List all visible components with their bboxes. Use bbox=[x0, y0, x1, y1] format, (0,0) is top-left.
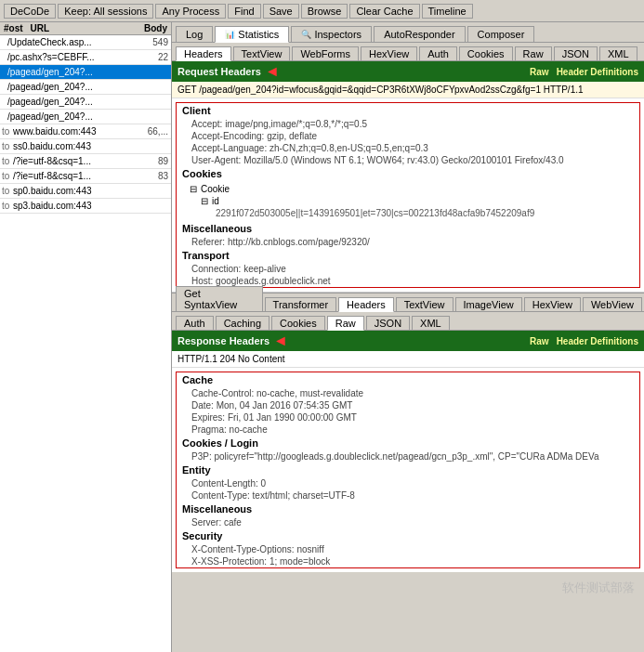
save-button[interactable]: Save bbox=[263, 4, 299, 19]
transport-section-title: Transport bbox=[177, 248, 639, 263]
tab-bar-4: Auth Caching Cookies Raw JSON XML bbox=[172, 312, 644, 331]
tab-transformer[interactable]: Transformer bbox=[265, 297, 337, 311]
tab-auth-resp-label: Auth bbox=[184, 318, 205, 329]
tab-inspectors[interactable]: 🔍 Inspectors bbox=[291, 26, 372, 42]
tab-hexview-resp[interactable]: HexView bbox=[524, 297, 581, 311]
tab-xml[interactable]: XML bbox=[599, 46, 637, 60]
tab-bar-3: Get SyntaxView Transformer Headers TextV… bbox=[172, 293, 644, 312]
list-item[interactable]: /pc.ashx?s=CEBFF... 22 bbox=[0, 50, 171, 65]
request-section: Request Headers ◄ Raw Header Definitions… bbox=[172, 61, 644, 293]
expand-icon2: ⊟ bbox=[201, 196, 208, 206]
tab-imageview[interactable]: ImageView bbox=[455, 297, 522, 311]
request-headers-header: Request Headers ◄ Raw Header Definitions bbox=[172, 61, 644, 82]
tab-composer-label: Composer bbox=[478, 29, 525, 40]
decode-button[interactable]: DeCoDe bbox=[4, 4, 56, 19]
tab-headers-label: Headers bbox=[184, 48, 223, 59]
misc-section-title: Miscellaneous bbox=[177, 221, 639, 236]
tab-headers[interactable]: Headers bbox=[176, 46, 231, 61]
list-item[interactable]: to sp3.baidu.com:443 bbox=[0, 199, 171, 214]
tab-statistics[interactable]: 📊 Statistics bbox=[215, 26, 289, 43]
url-cell: /pagead/gen_204?... bbox=[6, 66, 136, 78]
tab-autoresponder[interactable]: AutoResponder bbox=[374, 26, 465, 42]
keep-sessions-button[interactable]: Keep: All sessions bbox=[58, 4, 153, 19]
list-item[interactable]: /pagead/gen_204?... bbox=[0, 65, 171, 80]
tab-webview[interactable]: WebView bbox=[583, 297, 642, 311]
body-column-header: Body bbox=[144, 23, 167, 33]
tab-webforms[interactable]: WebForms bbox=[292, 46, 359, 60]
host-column-header: #ost bbox=[4, 23, 23, 33]
tab-auth-resp[interactable]: Auth bbox=[176, 316, 214, 330]
header-item: Connection: keep-alive bbox=[177, 263, 639, 275]
tab-headers-resp[interactable]: Headers bbox=[338, 297, 394, 312]
list-item[interactable]: /pagead/gen_204?... bbox=[0, 110, 171, 124]
list-item[interactable]: /UpdateCheck.asp... 549 bbox=[0, 35, 171, 50]
client-section-title: Client bbox=[177, 103, 639, 118]
tab-get-syntaxview[interactable]: Get SyntaxView bbox=[176, 286, 263, 311]
clear-cache-button[interactable]: Clear Cache bbox=[349, 4, 419, 19]
any-process-button[interactable]: Any Process bbox=[155, 4, 226, 19]
tab-cookies[interactable]: Cookies bbox=[459, 46, 513, 60]
resp-header-defs-link[interactable]: Header Definitions bbox=[557, 336, 638, 346]
cache-section-title: Cache bbox=[177, 372, 639, 387]
tab-xml-resp-label: XML bbox=[420, 318, 441, 329]
tab-textview-label: TextView bbox=[242, 48, 283, 59]
list-item[interactable]: to /?ie=utf-8&csq=1... 89 bbox=[0, 154, 171, 169]
list-item[interactable]: to www.baidu.com:443 66,... bbox=[0, 124, 171, 139]
tab-raw[interactable]: Raw bbox=[515, 46, 552, 60]
url-cell: /?ie=utf-8&csq=1... bbox=[11, 155, 136, 167]
cookies-login-section-title: Cookies / Login bbox=[177, 436, 639, 450]
resp-raw-link[interactable]: Raw bbox=[530, 336, 549, 346]
cookie-section: ⊟ Cookie ⊟ id 2291f072d503005e||t=143916… bbox=[177, 181, 639, 221]
cookie-label: Cookie bbox=[201, 184, 230, 194]
resp-misc-section-title: Miscellaneous bbox=[177, 502, 639, 516]
header-item: Accept: image/png,image/*;q=0.8,*/*;q=0.… bbox=[177, 118, 639, 130]
entity-section-title: Entity bbox=[177, 463, 639, 477]
response-headers-box: Cache Cache-Control: no-cache, must-reva… bbox=[176, 372, 640, 568]
url-cell: /UpdateCheck.asp... bbox=[6, 36, 136, 48]
find-button[interactable]: Find bbox=[228, 4, 260, 19]
header-item: Server: cafe bbox=[177, 516, 639, 528]
tab-imageview-label: ImageView bbox=[464, 299, 514, 310]
timeline-button[interactable]: Timeline bbox=[422, 4, 473, 19]
tab-raw-resp-label: Raw bbox=[335, 318, 356, 329]
raw-link[interactable]: Raw bbox=[530, 67, 549, 77]
tab-raw-resp[interactable]: Raw bbox=[327, 316, 364, 331]
list-item[interactable]: to ss0.baidu.com:443 bbox=[0, 139, 171, 154]
header-item: Pragma: no-cache bbox=[177, 424, 639, 436]
header-item: X-Content-Type-Options: nosniff bbox=[177, 543, 639, 555]
tab-textview[interactable]: TextView bbox=[233, 46, 291, 60]
list-item[interactable]: to /?ie=utf-8&csq=1... 83 bbox=[0, 169, 171, 184]
header-item: User-Agent: Mozilla/5.0 (Windows NT 6.1;… bbox=[177, 154, 639, 166]
cookies-section-title: Cookies bbox=[177, 166, 639, 181]
header-item: X-XSS-Protection: 1; mode=block bbox=[177, 555, 639, 567]
header-definitions-link[interactable]: Header Definitions bbox=[557, 67, 638, 77]
tab-json-resp[interactable]: JSON bbox=[366, 316, 410, 330]
response-content: Response Headers ◄ Raw Header Definition… bbox=[172, 331, 644, 572]
tab-log[interactable]: Log bbox=[176, 26, 213, 42]
tab-statistics-label: Statistics bbox=[238, 29, 279, 40]
host-indicator: to bbox=[0, 126, 11, 137]
body-cell: 66,... bbox=[136, 126, 171, 137]
tab-json-resp-label: JSON bbox=[375, 318, 401, 329]
tab-autoresponder-label: AutoResponder bbox=[384, 29, 454, 40]
tab-composer[interactable]: Composer bbox=[467, 26, 535, 42]
tab-cookies-label: Cookies bbox=[467, 48, 505, 59]
tab-textview-resp[interactable]: TextView bbox=[396, 297, 453, 311]
list-item[interactable]: to sp0.baidu.com:443 bbox=[0, 184, 171, 199]
tab-json-label: JSON bbox=[562, 48, 589, 59]
list-item[interactable]: /pagead/gen_204?... bbox=[0, 95, 171, 110]
tab-caching[interactable]: Caching bbox=[216, 316, 269, 330]
host-indicator: to bbox=[0, 186, 11, 196]
header-item: Expires: Fri, 01 Jan 1990 00:00:00 GMT bbox=[177, 411, 639, 424]
tab-hexview-resp-label: HexView bbox=[532, 299, 572, 310]
response-headers-header: Response Headers ◄ Raw Header Definition… bbox=[172, 331, 644, 351]
browse-button[interactable]: Browse bbox=[301, 4, 348, 19]
tab-auth-label: Auth bbox=[427, 48, 449, 59]
tab-json[interactable]: JSON bbox=[554, 46, 598, 60]
response-status-line: HTTP/1.1 204 No Content bbox=[172, 351, 644, 368]
list-item[interactable]: /pagead/gen_204?... bbox=[0, 80, 171, 95]
tab-xml-resp[interactable]: XML bbox=[412, 316, 450, 330]
tab-cookies-resp[interactable]: Cookies bbox=[271, 316, 325, 330]
tab-auth[interactable]: Auth bbox=[419, 46, 457, 60]
tab-hexview[interactable]: HexView bbox=[361, 46, 417, 60]
